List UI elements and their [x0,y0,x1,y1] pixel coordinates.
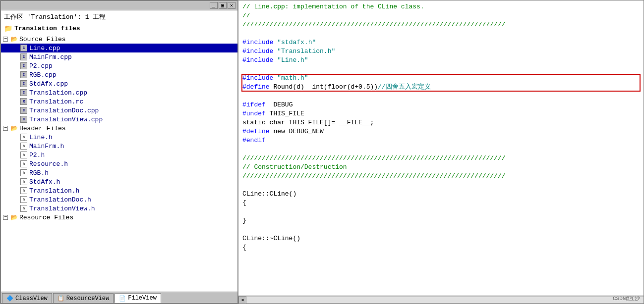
code-line: #define new DEBUG_NEW [242,127,640,136]
resource-files-group[interactable]: − 📂 Resource Files [1,213,237,222]
translationdoc-h-label: TranslationDoc.h [29,196,91,203]
rgb-cpp-label: RGB.cpp [29,71,57,79]
cpp-file-icon: C [20,45,27,51]
line-cpp-label: Line.cpp [29,45,60,52]
code-line: #include "math.h" [242,74,640,83]
file-line-h[interactable]: h Line.h [1,133,237,142]
code-line: ////////////////////////////////////////… [242,172,640,181]
file-tree[interactable]: − 📂 Source Files C Line.cpp C MainFrm.cp… [1,34,237,292]
fileview-icon: 📄 [119,295,126,302]
cpp-file-icon4: C [20,71,27,78]
code-line: { [242,243,640,252]
tab-classview[interactable]: 🔷 ClassView [2,293,52,303]
scroll-left-btn[interactable]: ◀ [238,296,246,304]
line-cpp-icon: C [20,44,28,52]
h-file-icon7: h [20,187,27,194]
watermark: CSDN@互沙 [613,295,640,302]
header-files-group[interactable]: − 📂 Header Files [1,124,237,133]
source-files-folder-icon: 📂 [10,35,18,43]
code-line: #undef THIS_FILE [242,109,640,118]
code-line: #ifdef DEBUG [242,101,640,109]
file-p2-h[interactable]: h P2.h [1,151,237,159]
code-line: static char THIS_FILE[]= __FILE__; [242,118,640,127]
tab-resourceview[interactable]: 📋 ResourceView [53,293,114,303]
tab-fileview[interactable]: 📄 FileView [115,293,161,303]
file-resource-h[interactable]: h Resource.h [1,159,237,168]
file-rgb-h[interactable]: h RGB.h [1,168,237,177]
resource-files-folder-icon: 📂 [10,213,18,221]
main-container: _ ▣ ✕ 工作区 'Translation': 1 工程 📁 Translat… [0,0,644,304]
cpp-file-icon6: C [20,89,27,96]
resource-files-label: Resource Files [19,214,73,221]
file-stdafx-cpp[interactable]: C StdAfx.cpp [1,79,237,88]
code-line [242,181,640,190]
scroll-track[interactable] [246,297,644,303]
file-translationview-h[interactable]: h TranslationView.h [1,204,237,213]
p2-h-icon: h [20,151,28,159]
code-area[interactable]: // Line.cpp: implementation of the CLine… [238,0,644,296]
stdafx-h-icon: h [20,178,28,186]
left-panel: _ ▣ ✕ 工作区 'Translation': 1 工程 📁 Translat… [0,0,238,304]
mainfrm-cpp-icon: C [20,53,28,61]
h-file-icon: h [20,134,27,141]
header-files-expand[interactable]: − [3,126,8,131]
file-line-cpp[interactable]: C Line.cpp [1,44,237,52]
resource-files-expand[interactable]: − [3,215,8,220]
translation-h-icon: h [20,187,28,195]
code-line: ////////////////////////////////////////… [242,154,640,163]
minimize-btn[interactable]: _ [210,2,218,9]
cpp-file-icon7: C [20,107,27,114]
p2-cpp-icon: C [20,62,28,70]
maximize-btn[interactable]: ▣ [219,2,227,9]
translation-cpp-label: Translation.cpp [29,89,87,97]
stdafx-cpp-label: StdAfx.cpp [29,80,68,88]
bottom-scrollbar[interactable]: ◀ [238,296,644,304]
resource-h-icon: h [20,160,28,168]
resource-h-label: Resource.h [29,160,68,168]
source-files-group[interactable]: − 📂 Source Files [1,35,237,44]
code-line: } [242,216,640,225]
file-mainfrm-h[interactable]: h MainFrm.h [1,142,237,151]
line-h-icon: h [20,133,28,141]
h-file-icon4: h [20,160,27,167]
translation-h-label: Translation.h [29,187,79,195]
classview-icon: 🔷 [6,295,13,302]
file-p2-cpp[interactable]: C P2.cpp [1,61,237,70]
stdafx-h-label: StdAfx.h [29,178,60,186]
code-editor-panel: // Line.cpp: implementation of the CLine… [238,0,644,304]
file-mainfrm-cpp[interactable]: C MainFrm.cpp [1,52,237,61]
source-files-label: Source Files [19,36,66,43]
code-line: CLine::CLine() [242,190,640,199]
workspace-header: 工作区 'Translation': 1 工程 [1,10,237,23]
code-line: #include "Line.h" [242,56,640,65]
file-translation-h[interactable]: h Translation.h [1,186,237,195]
mainfrm-h-label: MainFrm.h [29,143,64,150]
header-files-folder-icon: 📂 [10,124,18,132]
translationview-h-label: TranslationView.h [29,205,95,212]
file-translationdoc-cpp[interactable]: C TranslationDoc.cpp [1,106,237,115]
close-btn[interactable]: ✕ [228,2,235,9]
file-translationview-cpp[interactable]: C TranslationView.cpp [1,115,237,124]
rc-file-icon: R [20,98,27,105]
file-translation-cpp[interactable]: C Translation.cpp [1,88,237,97]
translation-rc-label: Translation.rc [29,98,83,105]
fileview-label: FileView [128,295,157,302]
file-rgb-cpp[interactable]: C RGB.cpp [1,70,237,79]
cpp-file-icon8: C [20,116,27,123]
code-line: { [242,199,640,207]
mainfrm-cpp-label: MainFrm.cpp [29,53,72,61]
h-file-icon9: h [20,205,27,212]
code-line [242,225,640,234]
file-translationdoc-h[interactable]: h TranslationDoc.h [1,195,237,204]
bottom-tabs: 🔷 ClassView 📋 ResourceView 📄 FileView [1,292,237,303]
project-icon: 📁 [4,24,12,33]
source-files-expand[interactable]: − [3,37,8,42]
h-file-icon8: h [20,196,27,203]
translationview-cpp-label: TranslationView.cpp [29,116,103,123]
p2-cpp-label: P2.cpp [29,62,53,70]
code-line: #include "stdafx.h" [242,38,640,47]
file-stdafx-h[interactable]: h StdAfx.h [1,177,237,186]
code-line [242,29,640,38]
file-translation-rc[interactable]: R Translation.rc [1,97,237,106]
h-file-icon2: h [20,143,27,150]
